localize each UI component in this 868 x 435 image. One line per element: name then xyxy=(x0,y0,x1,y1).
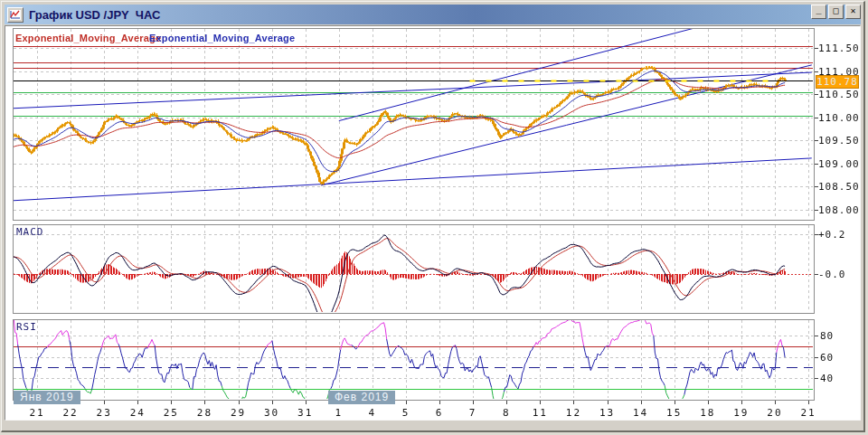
date-axis-label: 7 xyxy=(458,407,487,419)
month-badge: Фев 2019 xyxy=(328,391,395,404)
date-axis-label: 22 xyxy=(56,407,85,419)
rsi-panel-label: RSI xyxy=(16,321,37,333)
rsi-axis-label: 40 xyxy=(820,373,834,384)
date-axis-label: 31 xyxy=(291,407,320,419)
date-axis-label: 13 xyxy=(593,407,622,419)
date-axis-label: 11 xyxy=(525,407,554,419)
date-axis-label: 14 xyxy=(627,407,656,419)
macd-panel-label: MACD xyxy=(16,226,44,238)
price-axis-label: 109.00 xyxy=(818,158,860,170)
date-axis-label: 21 xyxy=(794,407,823,419)
date-axis-label: 20 xyxy=(760,407,789,419)
price-axis-label: 111.50 xyxy=(818,43,860,54)
rsi-axis-label: 80 xyxy=(820,330,834,342)
legend-ema-blue: Exponential_Moving_Average xyxy=(149,33,295,43)
price-axis-label: 110.50 xyxy=(818,89,860,100)
price-axis-label: 108.00 xyxy=(818,204,860,216)
date-axis-label: 12 xyxy=(559,407,588,419)
date-axis-label: 15 xyxy=(660,407,689,419)
date-axis-label: 23 xyxy=(90,407,118,419)
date-axis-label: 28 xyxy=(190,407,219,419)
price-axis-label: 110.00 xyxy=(818,112,860,124)
date-axis-label: 24 xyxy=(123,407,152,419)
date-axis-label: 25 xyxy=(156,407,185,419)
date-axis-label: 1 xyxy=(325,407,354,419)
date-axis-label: 4 xyxy=(358,407,387,419)
application-window: График USD /JPY ЧАС _ □ ✕ Exponential_Mo… xyxy=(0,0,868,435)
date-axis-label: 8 xyxy=(492,407,521,419)
date-axis-label: 18 xyxy=(693,407,722,419)
date-axis-label: 30 xyxy=(258,407,287,419)
price-axis-label: 111.00 xyxy=(818,66,860,78)
macd-axis-label: +0.2 xyxy=(818,229,846,241)
price-panel xyxy=(13,28,815,221)
rsi-panel xyxy=(13,319,815,401)
month-badge: Янв 2019 xyxy=(14,391,80,404)
price-axis-label: 109.50 xyxy=(818,135,860,147)
macd-axis-label: -0.0 xyxy=(818,269,846,280)
price-axis-label: 108.50 xyxy=(818,181,860,193)
date-axis-label: 19 xyxy=(727,407,756,419)
rsi-axis-label: 60 xyxy=(820,352,834,364)
macd-panel xyxy=(13,224,815,314)
date-axis-label: 6 xyxy=(425,407,454,419)
date-axis-label: 29 xyxy=(224,407,253,419)
date-axis-label: 5 xyxy=(392,407,420,419)
date-axis-label: 21 xyxy=(23,407,52,419)
legend-ema-red: Exponential_Moving_Average xyxy=(15,33,161,43)
